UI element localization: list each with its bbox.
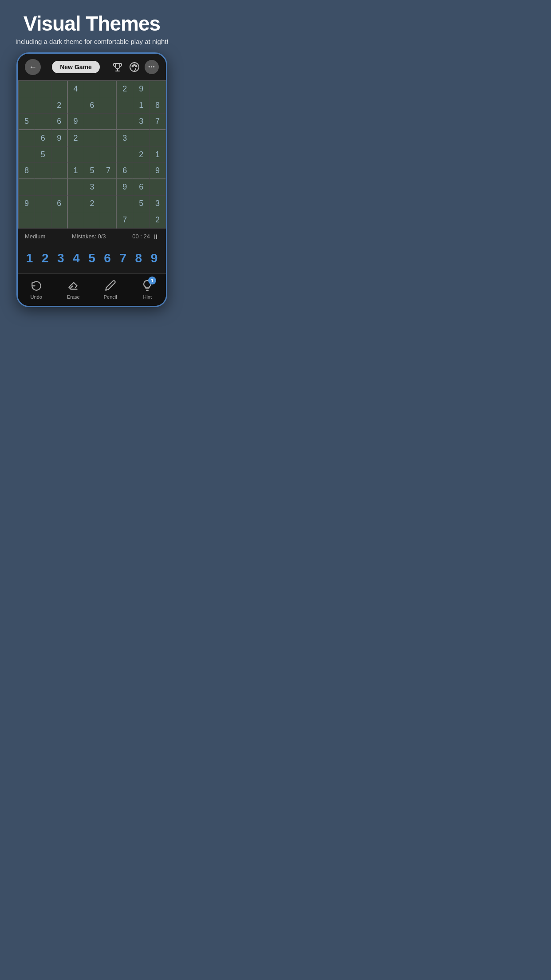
sudoku-cell[interactable]: 6 xyxy=(133,179,150,196)
sudoku-cell[interactable]: 7 xyxy=(117,212,133,229)
number-9-button[interactable]: 9 xyxy=(147,248,161,269)
sudoku-cell[interactable]: 9 xyxy=(51,130,68,146)
sudoku-cell[interactable] xyxy=(84,81,101,98)
number-1-button[interactable]: 1 xyxy=(22,248,37,269)
sudoku-cell[interactable]: 5 xyxy=(19,114,35,130)
sudoku-cell[interactable]: 3 xyxy=(150,196,166,212)
sudoku-cell[interactable] xyxy=(19,212,35,229)
erase-button[interactable]: Erase xyxy=(66,278,80,300)
sudoku-cell[interactable] xyxy=(35,81,51,98)
sudoku-cell[interactable]: 2 xyxy=(84,196,101,212)
number-6-button[interactable]: 6 xyxy=(100,248,115,269)
sudoku-cell[interactable]: 3 xyxy=(84,179,101,196)
sudoku-cell[interactable] xyxy=(100,97,117,114)
sudoku-cell[interactable] xyxy=(133,130,150,146)
sudoku-cell[interactable] xyxy=(150,179,166,196)
sudoku-cell[interactable]: 5 xyxy=(133,196,150,212)
sudoku-cell[interactable]: 9 xyxy=(19,196,35,212)
sudoku-cell[interactable] xyxy=(117,114,133,130)
sudoku-cell[interactable]: 6 xyxy=(35,130,51,146)
sudoku-cell[interactable]: 6 xyxy=(84,97,101,114)
sudoku-cell[interactable] xyxy=(35,179,51,196)
sudoku-cell[interactable] xyxy=(84,146,101,163)
sudoku-cell[interactable]: 5 xyxy=(84,163,101,179)
sudoku-cell[interactable] xyxy=(84,130,101,146)
sudoku-cell[interactable] xyxy=(51,81,68,98)
number-7-button[interactable]: 7 xyxy=(116,248,130,269)
undo-button[interactable]: Undo xyxy=(29,278,43,300)
sudoku-cell[interactable]: 9 xyxy=(133,81,150,98)
sudoku-cell[interactable] xyxy=(19,146,35,163)
hint-button[interactable]: 1 Hint xyxy=(140,278,154,300)
sudoku-cell[interactable]: 2 xyxy=(51,97,68,114)
sudoku-cell[interactable]: 4 xyxy=(68,81,84,98)
sudoku-cell[interactable]: 6 xyxy=(51,114,68,130)
sudoku-cell[interactable] xyxy=(51,179,68,196)
sudoku-cell[interactable] xyxy=(68,97,84,114)
sudoku-cell[interactable] xyxy=(68,179,84,196)
sudoku-cell[interactable] xyxy=(35,114,51,130)
sudoku-cell[interactable] xyxy=(68,212,84,229)
number-3-button[interactable]: 3 xyxy=(53,248,68,269)
sudoku-cell[interactable]: 6 xyxy=(117,163,133,179)
sudoku-cell[interactable] xyxy=(117,146,133,163)
sudoku-cell[interactable] xyxy=(100,114,117,130)
sudoku-cell[interactable] xyxy=(100,81,117,98)
sudoku-cell[interactable] xyxy=(100,179,117,196)
sudoku-cell[interactable]: 3 xyxy=(133,114,150,130)
sudoku-cell[interactable] xyxy=(100,130,117,146)
sudoku-cell[interactable]: 2 xyxy=(117,81,133,98)
sudoku-cell[interactable]: 8 xyxy=(150,97,166,114)
sudoku-cell[interactable]: 6 xyxy=(51,196,68,212)
trophy-button[interactable] xyxy=(111,60,124,74)
sudoku-cell[interactable]: 2 xyxy=(150,212,166,229)
sudoku-cell[interactable] xyxy=(19,179,35,196)
pause-icon[interactable]: ⏸ xyxy=(153,233,159,240)
sudoku-cell[interactable]: 9 xyxy=(150,163,166,179)
sudoku-cell[interactable] xyxy=(117,97,133,114)
sudoku-cell[interactable] xyxy=(19,130,35,146)
sudoku-cell[interactable]: 1 xyxy=(150,146,166,163)
sudoku-cell[interactable] xyxy=(51,163,68,179)
sudoku-cell[interactable]: 2 xyxy=(68,130,84,146)
sudoku-cell[interactable] xyxy=(117,196,133,212)
sudoku-cell[interactable] xyxy=(150,81,166,98)
sudoku-cell[interactable]: 7 xyxy=(100,163,117,179)
sudoku-cell[interactable] xyxy=(51,146,68,163)
sudoku-cell[interactable]: 1 xyxy=(68,163,84,179)
sudoku-cell[interactable] xyxy=(68,146,84,163)
sudoku-cell[interactable] xyxy=(150,130,166,146)
number-5-button[interactable]: 5 xyxy=(84,248,99,269)
sudoku-cell[interactable]: 1 xyxy=(133,97,150,114)
sudoku-cell[interactable] xyxy=(19,97,35,114)
sudoku-cell[interactable] xyxy=(133,212,150,229)
sudoku-cell[interactable] xyxy=(100,212,117,229)
number-4-button[interactable]: 4 xyxy=(69,248,83,269)
sudoku-cell[interactable] xyxy=(84,212,101,229)
number-2-button[interactable]: 2 xyxy=(38,248,52,269)
sudoku-cell[interactable]: 3 xyxy=(117,130,133,146)
pencil-button[interactable]: Pencil xyxy=(103,278,118,300)
sudoku-cell[interactable] xyxy=(35,196,51,212)
sudoku-cell[interactable] xyxy=(35,212,51,229)
sudoku-cell[interactable] xyxy=(133,163,150,179)
sudoku-cell[interactable] xyxy=(35,163,51,179)
sudoku-cell[interactable] xyxy=(84,114,101,130)
sudoku-cell[interactable]: 8 xyxy=(19,163,35,179)
more-options-button[interactable]: ••• xyxy=(145,60,159,74)
sudoku-cell[interactable]: 2 xyxy=(133,146,150,163)
sudoku-cell[interactable]: 9 xyxy=(68,114,84,130)
sudoku-cell[interactable] xyxy=(51,212,68,229)
palette-button[interactable] xyxy=(128,60,141,74)
sudoku-cell[interactable] xyxy=(68,196,84,212)
sudoku-cell[interactable]: 7 xyxy=(150,114,166,130)
sudoku-cell[interactable] xyxy=(100,146,117,163)
sudoku-cell[interactable] xyxy=(19,81,35,98)
sudoku-cell[interactable] xyxy=(100,196,117,212)
back-button[interactable]: ← xyxy=(25,59,41,75)
new-game-button[interactable]: New Game xyxy=(52,61,100,73)
number-8-button[interactable]: 8 xyxy=(131,248,146,269)
sudoku-cell[interactable]: 5 xyxy=(35,146,51,163)
sudoku-cell[interactable]: 9 xyxy=(117,179,133,196)
sudoku-cell[interactable] xyxy=(35,97,51,114)
